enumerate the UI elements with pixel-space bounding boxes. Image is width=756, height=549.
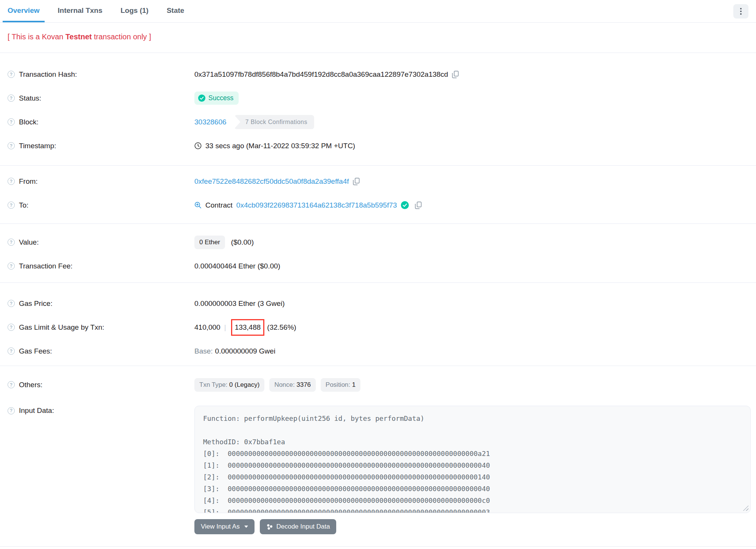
row-label: Block: [8,118,194,126]
vertical-ellipsis-icon [740,8,742,15]
position-key: Position: [326,381,352,388]
nonce-value: 3376 [297,381,311,388]
gas-fees-label: Gas Fees: [19,347,52,355]
resize-handle[interactable] [743,505,748,511]
input-data-actions: View Input As Decode Input Data [194,519,751,534]
to-label: To: [19,201,28,209]
gas-limit-value: 410,000 [194,323,220,332]
txn-type-value: 0 (Legacy) [229,381,259,388]
transaction-hash-label: Transaction Hash: [19,70,77,79]
row-gas-price: Gas Price: 0.000000003 Ether (3 Gwei) [0,292,756,315]
gas-limit-separator: | [222,323,228,332]
status-label: Status: [19,94,41,102]
timestamp-label: Timestamp: [19,142,56,150]
annotation-red-box: 133,488 [231,319,265,336]
tab-overview[interactable]: Overview [3,0,45,22]
more-options-button[interactable] [733,4,748,19]
row-label: Value: [8,238,194,247]
timestamp-value: 33 secs ago (Mar-11-2022 03:59:32 PM +UT… [205,142,355,150]
row-to: To: Contract 0x4cb093f226983713164a62138… [0,193,756,217]
view-input-as-button[interactable]: View Input As [194,519,255,534]
help-icon [8,262,15,270]
help-icon [8,178,15,185]
zoom-in-icon[interactable] [194,202,202,209]
warning-suffix: transaction only ] [92,33,151,41]
gas-fees-base-label: Base: [194,347,213,355]
row-transaction-fee: Transaction Fee: 0.000400464 Ether ($0.0… [0,254,756,278]
txn-type-badge: Txn Type: 0 (Legacy) [194,378,264,392]
row-gas-limit-usage: Gas Limit & Usage by Txn: 410,000 | 133,… [0,315,756,339]
section-others-input: Others: Txn Type: 0 (Legacy) Nonce: 3376… [0,366,756,547]
row-input-data: Input Data: Function: performUpkeep(uint… [0,397,756,534]
row-status: Status: Success [0,86,756,110]
decode-input-data-button[interactable]: Decode Input Data [260,519,337,534]
clock-icon [194,142,202,149]
section-gas: Gas Price: 0.000000003 Ether (3 Gwei) Ga… [0,283,756,366]
row-label: Gas Price: [8,299,194,308]
row-label: Timestamp: [8,142,194,150]
block-label: Block: [19,118,39,126]
row-value: Value: 0 Ether ($0.00) [0,230,756,254]
status-badge: Success [194,92,239,105]
gas-fees-base-value: 0.000000009 Gwei [215,347,276,355]
gas-used-percent: (32.56%) [267,323,296,332]
section-summary: Transaction Hash: 0x371a51097fb78df856f8… [0,53,756,166]
help-icon [8,71,15,78]
verified-check-icon [401,201,409,209]
row-label: To: [8,201,194,209]
help-icon [8,202,15,209]
tab-internal-txns-label: Internal Txns [58,6,102,15]
copy-icon[interactable] [415,202,422,209]
help-icon [8,300,15,307]
tab-state[interactable]: State [162,0,189,22]
gas-limit-label: Gas Limit & Usage by Txn: [19,323,104,332]
gas-price-label: Gas Price: [19,299,53,308]
row-block: Block: 30328606 7 Block Confirmations [0,110,756,134]
help-icon [8,118,15,126]
transaction-fee-value: 0.000400464 Ether ($0.00) [194,262,280,270]
nonce-key: Nonce: [274,381,297,388]
from-address-link[interactable]: 0xfee7522e8482682cf50ddc50a0f8da2a39effa… [194,177,349,186]
help-icon [8,381,15,388]
decode-input-data-label: Decode Input Data [276,523,330,530]
help-icon [8,239,15,246]
block-number-link[interactable]: 30328606 [194,118,227,126]
tab-logs-label: Logs (1) [121,6,149,15]
copy-icon[interactable] [353,178,360,185]
row-label: Gas Fees: [8,347,194,355]
tab-internal-txns[interactable]: Internal Txns [53,0,107,22]
row-label: Input Data: [8,397,194,415]
txn-type-key: Txn Type: [199,381,229,388]
value-amount-badge: 0 Ether [194,236,225,249]
copy-icon[interactable] [452,71,459,78]
to-address-link[interactable]: 0x4cb093f226983713164a62138c3f718a5b595f… [236,201,397,209]
chevron-down-icon [244,526,248,528]
tab-state-label: State [167,6,184,15]
position-badge: Position: 1 [321,378,360,392]
help-icon [8,407,15,414]
help-icon [8,95,15,102]
row-label: Status: [8,94,194,102]
warning-bold: Testnet [65,33,92,41]
row-from: From: 0xfee7522e8482682cf50ddc50a0f8da2a… [0,169,756,193]
tab-overview-label: Overview [8,6,40,15]
check-circle-icon [198,95,205,102]
tab-logs[interactable]: Logs (1) [116,0,154,22]
input-data-label: Input Data: [19,406,54,415]
row-others: Others: Txn Type: 0 (Legacy) Nonce: 3376… [0,373,756,397]
testnet-warning: [ This is a Kovan Testnet transaction on… [0,23,756,53]
transaction-fee-label: Transaction Fee: [19,262,73,270]
section-parties: From: 0xfee7522e8482682cf50ddc50a0f8da2a… [0,166,756,224]
row-gas-fees: Gas Fees: Base: 0.000000009 Gwei [0,339,756,363]
others-label: Others: [19,381,42,389]
row-transaction-hash: Transaction Hash: 0x371a51097fb78df856f8… [0,62,756,86]
help-icon [8,142,15,149]
decode-icon [266,524,273,530]
help-icon [8,324,15,331]
gas-used-value: 133,488 [235,323,261,331]
input-data-box[interactable]: Function: performUpkeep(uint256 id, byte… [194,406,751,513]
row-label: Transaction Hash: [8,70,194,79]
view-input-as-label: View Input As [201,523,240,530]
warning-prefix: [ This is a Kovan [8,33,65,41]
nonce-badge: Nonce: 3376 [269,378,315,392]
